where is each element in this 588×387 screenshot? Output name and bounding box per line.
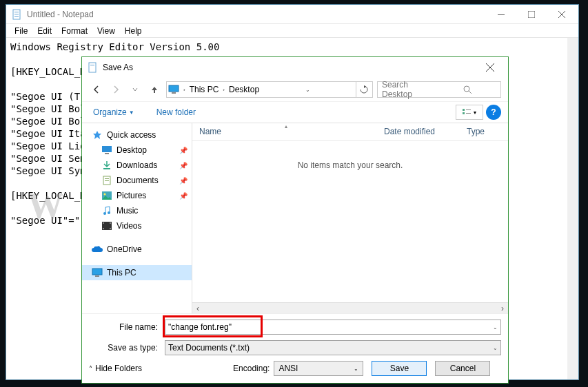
organize-button[interactable]: Organize▼ [89,105,139,120]
chevron-up-icon: ˄ [89,365,92,373]
save-as-dialog: Save As › This PC › Desktop ⌄ Search Des… [81,56,509,384]
sort-arrow-icon: ▴ [285,123,287,129]
desktop-icon [101,145,112,156]
svg-rect-34 [110,222,111,224]
list-header: Name▴ Date modified Type [192,123,508,141]
svg-marker-20 [93,131,101,139]
svg-rect-13 [172,92,176,94]
notepad-menubar: File Edit Format View Help [6,24,578,38]
save-button[interactable]: Save [372,361,427,376]
svg-rect-5 [528,11,535,18]
nav-videos[interactable]: Videos [82,218,192,233]
dialog-icon [88,62,99,73]
nav-desktop[interactable]: Desktop📌 [82,143,192,158]
svg-rect-26 [105,180,109,181]
encoding-label: Encoding: [233,364,270,373]
address-bar[interactable]: › This PC › Desktop ⌄ [166,81,373,98]
chevron-right-icon[interactable]: › [182,87,187,93]
help-button[interactable]: ? [486,105,501,120]
col-name[interactable]: Name▴ [192,123,377,140]
pin-icon: 📌 [179,162,187,169]
videos-icon [101,220,112,231]
nav-pictures[interactable]: Pictures📌 [82,188,192,203]
menu-format[interactable]: Format [57,26,92,36]
col-type[interactable]: Type [460,123,508,140]
nav-onedrive[interactable]: OneDrive [82,242,192,257]
refresh-button[interactable] [356,82,371,97]
svg-rect-12 [169,85,179,92]
onedrive-icon [92,244,103,255]
addr-dropdown-icon[interactable]: ⌄ [304,87,312,93]
nav-forward-button[interactable] [108,82,123,97]
filename-input[interactable] [168,322,493,332]
filename-label: File name: [89,322,158,332]
downloads-icon [101,160,112,171]
svg-point-29 [103,212,106,215]
minimize-button[interactable] [486,5,516,24]
pin-icon: 📌 [179,177,187,185]
close-button[interactable] [547,5,577,24]
scroll-right-icon[interactable]: › [497,304,508,313]
pin-icon: 📌 [179,147,187,154]
svg-point-30 [108,211,110,214]
documents-icon [101,175,112,186]
svg-rect-32 [103,222,104,224]
svg-line-15 [469,91,472,94]
nav-recent-dropdown[interactable] [128,82,143,97]
menu-help[interactable]: Help [121,26,146,36]
encoding-select[interactable]: ANSI⌄ [274,361,363,376]
svg-rect-1 [14,12,19,12]
nav-music[interactable]: Music [82,203,192,218]
dialog-navrow: › This PC › Desktop ⌄ Search Desktop [82,78,508,101]
chevron-down-icon[interactable]: ⌄ [493,345,498,351]
saveastype-combo[interactable]: Text Documents (*.txt) ⌄ [165,340,501,355]
col-date[interactable]: Date modified [377,123,460,140]
notepad-scrollbar[interactable] [567,38,578,379]
dialog-toolbar: Organize▼ New folder ▼ ? [82,101,508,123]
svg-rect-23 [103,168,110,169]
menu-edit[interactable]: Edit [33,26,56,36]
svg-rect-22 [105,153,109,154]
svg-point-14 [464,86,469,92]
notepad-icon [12,9,23,20]
view-options-button[interactable]: ▼ [456,105,483,120]
chevron-right-icon[interactable]: › [221,87,226,93]
menu-file[interactable]: File [10,26,32,36]
cancel-button[interactable]: Cancel [435,361,490,376]
chevron-down-icon[interactable]: ⌄ [354,366,358,372]
svg-rect-37 [95,275,99,277]
saveastype-label: Save as type: [89,343,158,353]
chevron-down-icon[interactable]: ⌄ [493,324,498,331]
search-placeholder: Search Desktop [382,80,439,99]
hide-folders-button[interactable]: ˄Hide Folders [89,364,142,373]
svg-rect-4 [498,14,505,15]
newfolder-button[interactable]: New folder [152,105,200,120]
nav-downloads[interactable]: Downloads📌 [82,158,192,173]
breadcrumb-folder[interactable]: Desktop [229,85,259,94]
filename-combo[interactable]: ⌄ [165,320,501,335]
search-input[interactable]: Search Desktop [377,81,501,98]
nav-thispc[interactable]: This PC [82,265,192,280]
pictures-icon [101,190,112,201]
maximize-button[interactable] [516,5,547,24]
svg-rect-36 [92,269,102,275]
file-list-area: Name▴ Date modified Type No items match … [192,123,508,313]
search-icon [439,84,496,95]
dialog-title: Save As [103,63,476,72]
svg-rect-2 [14,14,19,14]
pc-icon [92,267,103,278]
menu-view[interactable]: View [93,26,119,36]
scroll-left-icon[interactable]: ‹ [192,304,203,313]
notepad-titlebar[interactable]: Untitled - Notepad [6,5,578,24]
nav-up-button[interactable] [147,82,162,97]
star-icon [92,129,103,140]
dialog-close-button[interactable] [476,58,504,77]
list-horizontal-scrollbar[interactable]: ‹› [192,302,508,313]
dialog-titlebar[interactable]: Save As [82,57,508,78]
music-icon [101,205,112,216]
breadcrumb-pc[interactable]: This PC [190,85,219,94]
nav-back-button[interactable] [89,82,104,97]
nav-quick-access[interactable]: Quick access [82,127,192,143]
nav-documents[interactable]: Documents📌 [82,173,192,188]
empty-message: No items match your search. [192,141,508,302]
